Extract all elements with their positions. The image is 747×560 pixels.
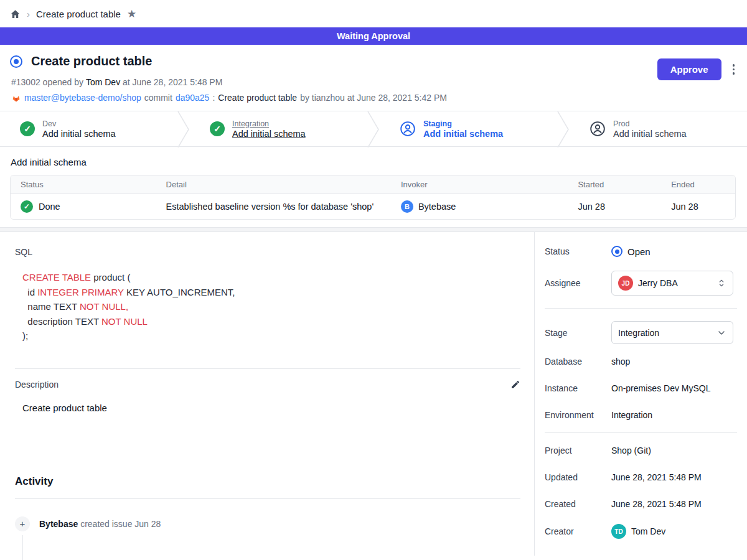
chevron-right-icon: › bbox=[27, 9, 30, 19]
task-status: Done bbox=[39, 202, 60, 212]
task-section: Add initial schema Status Detail Invoker… bbox=[0, 147, 747, 220]
stage-separator bbox=[557, 111, 570, 147]
issue-detail-main: SQL CREATE TABLE product ( id INTEGER PR… bbox=[0, 232, 534, 556]
column-header-ended: Ended bbox=[661, 175, 735, 194]
git-branch-link[interactable]: master@bytebase-demo/shop bbox=[24, 93, 141, 103]
sql-label: SQL bbox=[15, 247, 519, 257]
issue-sidebar: Status Open Assignee JD Jerry DBA Stage … bbox=[534, 232, 747, 556]
creator-avatar: TD bbox=[611, 524, 626, 539]
timeline-connector bbox=[22, 535, 23, 560]
stage-dev[interactable]: ✓ Dev Add initial schema bbox=[0, 111, 177, 146]
issue-id: #13002 opened by bbox=[11, 77, 83, 87]
project-label: Project bbox=[545, 446, 611, 455]
approve-button[interactable]: Approve bbox=[657, 58, 721, 80]
instance-value: On-premises Dev MySQL bbox=[611, 383, 710, 393]
issue-title: Create product table bbox=[31, 54, 152, 68]
home-icon[interactable] bbox=[10, 9, 21, 19]
description-label: Description bbox=[15, 380, 59, 390]
stage-env-label: Integration bbox=[232, 119, 306, 128]
sql-keyword: NOT NULL, bbox=[80, 301, 128, 312]
status-banner-text: Waiting Approval bbox=[337, 31, 410, 41]
updated-value: June 28, 2021 5:48 PM bbox=[611, 472, 702, 482]
sql-keyword: CREATE TABLE bbox=[22, 272, 91, 282]
stage-separator bbox=[367, 111, 380, 147]
stage-done-icon: ✓ bbox=[210, 121, 225, 136]
pipeline-bar: ✓ Dev Add initial schema ✓ Integration A… bbox=[0, 111, 747, 147]
stage-env-label: Staging bbox=[423, 119, 503, 128]
column-header-invoker: Invoker bbox=[391, 175, 568, 194]
more-options-icon[interactable] bbox=[730, 62, 738, 77]
assignee-label: Assignee bbox=[545, 278, 611, 288]
description-body[interactable]: Create product table bbox=[22, 403, 519, 413]
task-table-header: Status Detail Invoker Started Ended bbox=[11, 175, 735, 194]
status-banner: Waiting Approval bbox=[0, 27, 747, 45]
issue-meta: #13002 opened by Tom Dev at June 28, 202… bbox=[11, 77, 737, 87]
activity-heading: Activity bbox=[15, 475, 519, 488]
sql-text: name TEXT bbox=[22, 301, 80, 312]
open-status-icon bbox=[611, 246, 622, 257]
project-value: Shop (Git) bbox=[611, 446, 651, 455]
issue-open-icon bbox=[10, 55, 22, 68]
assignee-value: Jerry DBA bbox=[638, 278, 712, 288]
stage-env-label: Prod bbox=[613, 119, 687, 128]
updated-label: Updated bbox=[545, 472, 611, 482]
git-commit-hash-link[interactable]: da90a25 bbox=[176, 93, 210, 103]
task-ended: Jun 28 bbox=[661, 195, 735, 218]
stage-value: Integration bbox=[618, 328, 712, 338]
sql-keyword: NOT NULL bbox=[101, 316, 148, 327]
git-colon: : bbox=[212, 93, 215, 103]
stage-prod[interactable]: Prod Add initial schema bbox=[570, 111, 747, 146]
divider bbox=[545, 308, 737, 309]
column-header-status: Status bbox=[11, 175, 156, 194]
environment-value: Integration bbox=[611, 410, 652, 420]
sql-text: KEY AUTO_INCREMENT, bbox=[124, 287, 235, 297]
table-row[interactable]: ✓ Done Established baseline version %s f… bbox=[11, 194, 735, 219]
status-value: Open bbox=[627, 246, 651, 257]
stage-task-label: Add initial schema bbox=[423, 129, 503, 139]
activity-item: + Bytebase created issue Jun 28 bbox=[15, 516, 519, 531]
sql-code-block[interactable]: CREATE TABLE product ( id INTEGER PRIMAR… bbox=[22, 270, 519, 343]
stage-done-icon: ✓ bbox=[20, 121, 35, 136]
stage-staging[interactable]: Staging Add initial schema bbox=[380, 111, 557, 146]
plus-icon: + bbox=[15, 516, 30, 531]
activity-action: created issue Jun 28 bbox=[80, 519, 161, 529]
sql-keyword: INTEGER PRIMARY bbox=[37, 287, 124, 297]
edit-pencil-icon[interactable] bbox=[510, 380, 520, 390]
done-check-icon: ✓ bbox=[21, 200, 33, 213]
star-icon[interactable]: ★ bbox=[127, 9, 136, 19]
breadcrumb: › Create product table ★ bbox=[0, 0, 747, 27]
git-byline: by tianzhou at June 28, 2021 5:42 PM bbox=[300, 93, 447, 103]
sql-text: ); bbox=[22, 330, 28, 341]
divider bbox=[15, 368, 520, 369]
column-header-detail: Detail bbox=[156, 175, 391, 194]
assignee-select[interactable]: JD Jerry DBA bbox=[611, 271, 733, 296]
stage-select[interactable]: Integration bbox=[611, 321, 733, 344]
sql-text: id bbox=[22, 287, 37, 297]
git-commit-line: master@bytebase-demo/shop commit da90a25… bbox=[11, 93, 737, 103]
status-label: Status bbox=[545, 246, 611, 256]
stage-task-label: Add initial schema bbox=[613, 129, 687, 139]
created-label: Created bbox=[545, 499, 611, 509]
sql-text: description TEXT bbox=[22, 316, 101, 327]
stage-task-label: Add initial schema bbox=[42, 129, 116, 139]
environment-label: Environment bbox=[545, 410, 611, 420]
breadcrumb-title[interactable]: Create product table bbox=[36, 9, 121, 19]
task-table: Status Detail Invoker Started Ended ✓ Do… bbox=[10, 175, 736, 220]
issue-header: Create product table #13002 opened by To… bbox=[0, 45, 747, 111]
stage-pending-user-icon bbox=[590, 121, 606, 137]
stage-task-label: Add initial schema bbox=[232, 129, 306, 139]
stage-pending-user-icon bbox=[400, 121, 416, 137]
created-value: June 28, 2021 5:48 PM bbox=[611, 499, 702, 509]
creator-label: Creator bbox=[545, 526, 611, 536]
divider bbox=[15, 498, 520, 499]
assignee-avatar: JD bbox=[618, 276, 633, 291]
task-invoker: Bytebase bbox=[418, 202, 456, 212]
git-commit-word: commit bbox=[144, 93, 172, 103]
stage-label: Stage bbox=[545, 328, 611, 338]
stage-separator bbox=[177, 111, 190, 147]
database-label: Database bbox=[545, 357, 611, 366]
creator-value: Tom Dev bbox=[631, 526, 665, 536]
issue-creator-name: Tom Dev bbox=[86, 77, 120, 87]
stage-integration[interactable]: ✓ Integration Add initial schema bbox=[190, 111, 367, 146]
task-detail: Established baseline version %s for data… bbox=[156, 195, 391, 218]
